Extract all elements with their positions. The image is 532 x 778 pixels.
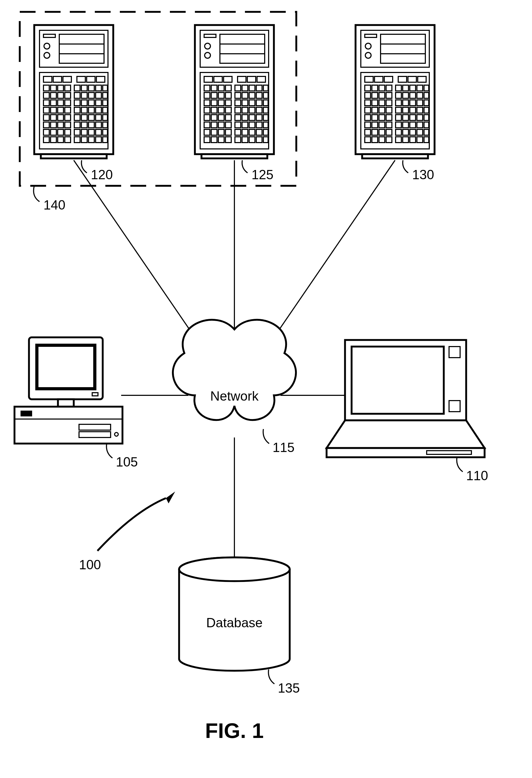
- server-3-icon: [356, 25, 435, 158]
- network-label: Network: [210, 389, 259, 403]
- svg-text:100: 100: [79, 557, 101, 572]
- svg-rect-89: [37, 345, 95, 389]
- laptop-icon: [327, 340, 484, 457]
- desktop-computer-icon: [14, 337, 122, 444]
- svg-rect-101: [449, 401, 460, 412]
- svg-marker-113: [166, 491, 175, 503]
- database-icon: Database: [179, 557, 290, 671]
- ref-125: 125: [242, 160, 273, 182]
- ref-115: 115: [263, 429, 294, 455]
- ref-100: 100: [79, 491, 175, 572]
- svg-rect-94: [21, 411, 31, 416]
- server-2-icon: [195, 25, 274, 158]
- network-cloud-icon: Network: [173, 320, 296, 420]
- svg-rect-100: [449, 346, 460, 358]
- svg-rect-102: [427, 451, 471, 454]
- svg-text:110: 110: [466, 468, 488, 483]
- database-label: Database: [206, 615, 263, 630]
- svg-rect-99: [352, 346, 444, 414]
- svg-text:120: 120: [91, 167, 113, 182]
- svg-text:130: 130: [412, 167, 434, 182]
- server-1-icon: [34, 25, 113, 158]
- figure-1-diagram: Network Database 120 125 130 140 105 110…: [0, 0, 532, 778]
- svg-rect-90: [92, 393, 98, 396]
- ref-110: 110: [457, 457, 488, 483]
- ref-135: 135: [268, 670, 300, 696]
- svg-text:135: 135: [278, 681, 300, 696]
- svg-text:105: 105: [116, 455, 138, 469]
- svg-rect-96: [79, 432, 111, 438]
- svg-rect-91: [58, 399, 74, 407]
- ref-130: 130: [403, 160, 434, 182]
- ref-140: 140: [34, 186, 66, 213]
- svg-point-104: [179, 557, 290, 581]
- figure-title: FIG. 1: [205, 719, 264, 743]
- ref-105: 105: [106, 444, 138, 469]
- svg-text:115: 115: [273, 440, 294, 455]
- svg-point-97: [114, 433, 118, 436]
- svg-text:125: 125: [252, 167, 273, 182]
- svg-text:140: 140: [43, 198, 65, 213]
- svg-rect-95: [79, 424, 111, 430]
